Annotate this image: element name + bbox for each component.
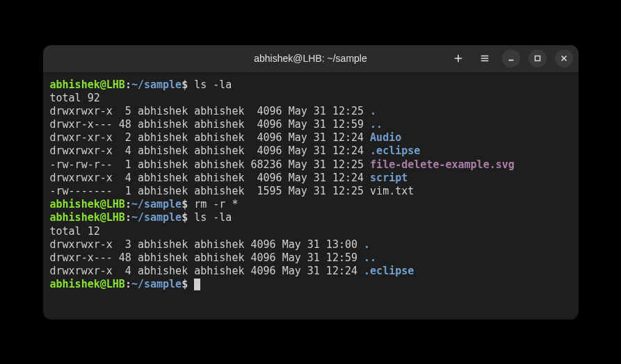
- menu-button[interactable]: [476, 49, 494, 67]
- terminal-line: drwxrwxr-x 4 abhishek abhishek 4096 May …: [50, 144, 572, 158]
- prompt-dollar: $: [182, 78, 188, 91]
- ls-row-meta: drwxrwxr-x 4 abhishek abhishek 4096 May …: [50, 144, 371, 157]
- ls-total: total 12: [50, 225, 100, 238]
- prompt-user-host: abhishek@LHB: [50, 78, 125, 91]
- prompt-user-host: abhishek@LHB: [50, 211, 125, 224]
- ls-row-meta: drwxrwxr-x 4 abhishek abhishek 4096 May …: [50, 265, 364, 277]
- ls-filename: script: [370, 172, 408, 184]
- prompt-separator: :: [125, 278, 131, 290]
- terminal-line: -rw-rw-r-- 1 abhishek abhishek 68236 May…: [50, 158, 572, 172]
- ls-filename: file-delete-example.svg: [370, 158, 515, 171]
- terminal-line: drwxr-xr-x 2 abhishek abhishek 4096 May …: [50, 131, 572, 144]
- terminal-line: abhishek@LHB:~/sample$ rm -r *: [50, 198, 572, 211]
- prompt-dollar: $: [182, 278, 188, 290]
- prompt-separator: :: [125, 211, 131, 224]
- terminal-line: drwxrwxr-x 3 abhishek abhishek 4096 May …: [50, 238, 572, 251]
- hamburger-icon: [480, 53, 490, 63]
- minimize-icon: [506, 53, 516, 63]
- prompt-path: ~/sample: [131, 198, 182, 210]
- terminal-line: abhishek@LHB:~/sample$ ls -la: [50, 78, 572, 92]
- maximize-icon: [533, 53, 542, 63]
- minimize-button[interactable]: [502, 49, 520, 67]
- svg-rect-0: [535, 56, 540, 61]
- terminal-line: -rw------- 1 abhishek abhishek 1595 May …: [50, 185, 572, 198]
- close-button[interactable]: [555, 49, 573, 67]
- prompt-path: ~/sample: [131, 211, 182, 224]
- prompt-separator: :: [125, 198, 131, 210]
- ls-row-meta: drwxrwxr-x 3 abhishek abhishek 4096 May …: [50, 238, 364, 251]
- ls-row-meta: drwxrwxr-x 4 abhishek abhishek 4096 May …: [50, 172, 371, 184]
- prompt-path: ~/sample: [131, 78, 182, 91]
- prompt: abhishek@LHB:~/sample$: [50, 78, 195, 91]
- terminal-line: drwxrwxr-x 5 abhishek abhishek 4096 May …: [50, 105, 572, 118]
- terminal-line: drwxrwxr-x 4 abhishek abhishek 4096 May …: [50, 265, 572, 278]
- ls-row-meta: drwxr-xr-x 2 abhishek abhishek 4096 May …: [50, 131, 371, 144]
- cursor: [194, 279, 200, 290]
- maximize-button[interactable]: [529, 49, 547, 67]
- command-input: rm -r *: [194, 198, 238, 210]
- ls-filename: .eclipse: [370, 144, 420, 157]
- ls-total: total 92: [50, 92, 100, 104]
- ls-filename: .: [364, 238, 370, 251]
- new-tab-button[interactable]: [449, 49, 467, 67]
- titlebar: abhishek@LHB: ~/sample: [43, 45, 579, 73]
- prompt: abhishek@LHB:~/sample$: [50, 198, 195, 210]
- prompt-separator: :: [125, 78, 131, 91]
- terminal-line: drwxr-x--- 48 abhishek abhishek 4096 May…: [50, 251, 572, 265]
- ls-row-meta: -rw------- 1 abhishek abhishek 1595 May …: [50, 185, 371, 197]
- ls-row-meta: drwxrwxr-x 5 abhishek abhishek 4096 May …: [50, 105, 371, 117]
- prompt-dollar: $: [182, 211, 188, 224]
- terminal-body[interactable]: abhishek@LHB:~/sample$ ls -latotal 92drw…: [43, 73, 579, 320]
- ls-filename: .eclipse: [364, 265, 414, 277]
- prompt: abhishek@LHB:~/sample$: [50, 278, 195, 290]
- prompt-user-host: abhishek@LHB: [50, 278, 125, 290]
- ls-filename: ..: [370, 118, 382, 131]
- plus-icon: [453, 53, 463, 63]
- close-icon: [559, 53, 569, 63]
- ls-filename: ..: [364, 251, 376, 264]
- terminal-line: total 12: [50, 225, 572, 238]
- ls-filename: .: [370, 105, 376, 117]
- terminal-line: drwxr-x--- 48 abhishek abhishek 4096 May…: [50, 118, 572, 131]
- prompt-dollar: $: [182, 198, 188, 210]
- terminal-line: drwxrwxr-x 4 abhishek abhishek 4096 May …: [50, 172, 572, 185]
- prompt: abhishek@LHB:~/sample$: [50, 211, 195, 224]
- ls-filename: vim.txt: [370, 185, 414, 197]
- ls-filename: Audio: [370, 131, 401, 144]
- ls-row-meta: -rw-rw-r-- 1 abhishek abhishek 68236 May…: [50, 158, 371, 171]
- terminal-window: abhishek@LHB: ~/sample abhishek@LHB:~/sa…: [43, 45, 579, 320]
- prompt-path: ~/sample: [131, 278, 182, 290]
- terminal-line: abhishek@LHB:~/sample$: [50, 278, 572, 291]
- terminal-line: abhishek@LHB:~/sample$ ls -la: [50, 211, 572, 224]
- ls-row-meta: drwxr-x--- 48 abhishek abhishek 4096 May…: [50, 251, 364, 264]
- window-title: abhishek@LHB: ~/sample: [254, 53, 366, 64]
- command-input: ls -la: [194, 211, 232, 224]
- command-input: ls -la: [194, 78, 232, 91]
- prompt-user-host: abhishek@LHB: [50, 198, 125, 210]
- terminal-line: total 92: [50, 92, 572, 105]
- ls-row-meta: drwxr-x--- 48 abhishek abhishek 4096 May…: [50, 118, 371, 131]
